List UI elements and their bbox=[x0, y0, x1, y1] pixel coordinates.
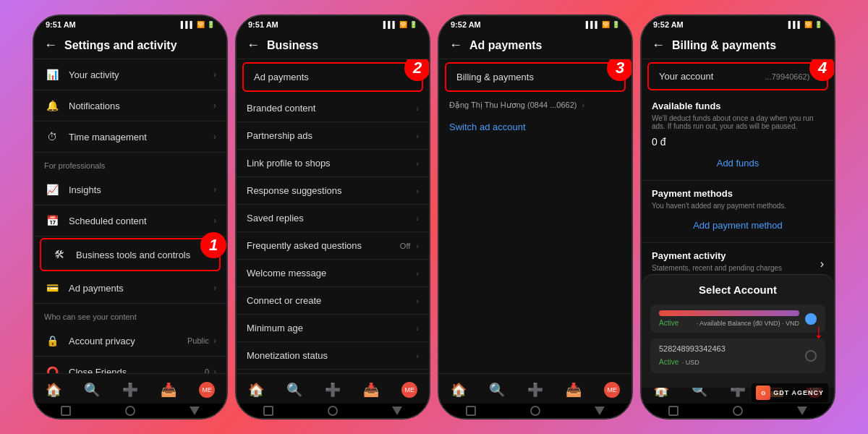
profile-avatar-2[interactable]: ME bbox=[401, 382, 417, 398]
menu-item-time[interactable]: ⏱ Time management › bbox=[34, 122, 226, 153]
search-icon-1[interactable]: 🔍 bbox=[84, 382, 100, 398]
account-1-active: Active bbox=[659, 319, 678, 327]
business-item-link-profile[interactable]: Link profile to shops › bbox=[237, 150, 429, 177]
status-bar-3: 9:52 AM ▌▌▌ 🛜 🔋 bbox=[439, 16, 631, 32]
home-btn-2[interactable] bbox=[328, 406, 338, 416]
phone3-header: ← Ad payments bbox=[439, 32, 631, 59]
chevron-account: › bbox=[582, 101, 585, 109]
business-item-ad-payments[interactable]: Ad payments bbox=[244, 64, 422, 90]
home-btn-1[interactable] bbox=[125, 406, 135, 416]
menu-item-close-friends[interactable]: ⭕ Close Friends 0 › bbox=[34, 357, 226, 373]
add-icon-3[interactable]: ➕ bbox=[527, 382, 543, 398]
activity-label: Your activity bbox=[69, 69, 213, 80]
for-professionals-label: For professionals bbox=[34, 153, 226, 174]
payment-methods-desc: You haven't added any payment methods. bbox=[652, 202, 824, 210]
bottom-nav-2: 🏠 🔍 ➕ 📥 ME bbox=[237, 373, 429, 404]
business-item-branded[interactable]: Branded content › bbox=[237, 95, 429, 122]
ad-payments-label-1: Ad payments bbox=[69, 283, 213, 294]
business-item-partnership[interactable]: Partnership ads › bbox=[237, 122, 429, 150]
privacy-icon: 🔒 bbox=[44, 333, 60, 349]
notifications-label: Notifications bbox=[69, 101, 213, 111]
business-item-connect[interactable]: Connect or create › bbox=[237, 287, 429, 315]
gdt-logo: G bbox=[756, 386, 770, 400]
battery-icon-3: 🔋 bbox=[612, 21, 620, 28]
menu-item-ad-payments-1[interactable]: 💳 Ad payments › bbox=[34, 273, 226, 304]
payment-activity-chevron: › bbox=[820, 258, 824, 271]
phone1-content: 📊 Your activity › 🔔 Notifications › ⏱ Ti… bbox=[34, 59, 226, 373]
home-icon-1[interactable]: 🏠 bbox=[46, 382, 61, 398]
who-can-see-label: Who can see your content bbox=[34, 304, 226, 326]
billing-payments-item[interactable]: Billing & payments › bbox=[446, 64, 624, 90]
notifications-icon: 🔔 bbox=[44, 98, 60, 114]
back-btn-4[interactable] bbox=[797, 407, 807, 415]
signal-icon-4: ▌▌▌ bbox=[788, 21, 802, 28]
account-option-2[interactable]: 528248993342463 Active · USD bbox=[650, 339, 825, 373]
status-bar-4: 9:52 AM ▌▌▌ 🛜 🔋 bbox=[642, 16, 834, 32]
back-btn-3[interactable] bbox=[595, 407, 605, 415]
business-item-min-age[interactable]: Minimum age › bbox=[237, 315, 429, 342]
account-2-radio[interactable] bbox=[805, 350, 817, 362]
back-button-2[interactable]: ← bbox=[247, 38, 260, 53]
account-option-1[interactable]: Active · Available Balance (đ0 VND) · VN… bbox=[650, 305, 825, 333]
menu-item-scheduled[interactable]: 📅 Scheduled content › bbox=[34, 205, 226, 237]
activity-icon: 📊 bbox=[44, 67, 60, 82]
privacy-label: Account privacy bbox=[69, 336, 187, 346]
search-icon-3[interactable]: 🔍 bbox=[489, 382, 505, 398]
back-btn-1[interactable] bbox=[190, 407, 200, 415]
gdt-agency-badge: G GDT AGENCY bbox=[752, 383, 828, 402]
home-icon-3[interactable]: 🏠 bbox=[451, 382, 467, 398]
account-1-balance: · Available Balance (đ0 VND) · VND bbox=[697, 320, 799, 327]
business-item-faq[interactable]: Frequently asked questions Off › bbox=[237, 232, 429, 260]
profile-avatar-3[interactable]: ME bbox=[604, 382, 620, 398]
add-payment-method-btn[interactable]: Add payment method bbox=[652, 216, 824, 235]
system-nav-2 bbox=[237, 404, 429, 418]
home-btn-4[interactable] bbox=[733, 406, 743, 416]
back-button-3[interactable]: ← bbox=[449, 38, 462, 53]
menu-item-notifications[interactable]: 🔔 Notifications › bbox=[34, 90, 226, 122]
payment-methods-section: Payment methods You haven't added any pa… bbox=[642, 181, 834, 243]
business-item-saved[interactable]: Saved replies › bbox=[237, 205, 429, 232]
add-icon-2[interactable]: ➕ bbox=[325, 382, 341, 398]
recent-apps-btn-1[interactable] bbox=[61, 406, 71, 416]
inbox-icon-3[interactable]: 📥 bbox=[566, 382, 582, 398]
step-badge-1: 1 bbox=[200, 232, 226, 258]
menu-item-activity[interactable]: 📊 Your activity › bbox=[34, 59, 226, 90]
recent-apps-btn-2[interactable] bbox=[263, 406, 273, 416]
back-button-1[interactable]: ← bbox=[44, 38, 57, 53]
wifi-icon: 🛜 bbox=[197, 21, 205, 28]
profile-avatar-1[interactable]: ME bbox=[199, 382, 215, 398]
battery-icon: 🔋 bbox=[207, 21, 215, 28]
menu-item-business-tools[interactable]: 🛠 Business tools and controls › bbox=[41, 239, 219, 270]
back-btn-2[interactable] bbox=[392, 407, 402, 415]
menu-item-insights[interactable]: 📈 Insights › bbox=[34, 174, 226, 205]
insights-label: Insights bbox=[69, 184, 213, 195]
battery-icon-2: 🔋 bbox=[409, 21, 417, 28]
recent-apps-btn-4[interactable] bbox=[668, 406, 678, 416]
inbox-icon-2[interactable]: 📥 bbox=[363, 382, 379, 398]
back-button-4[interactable]: ← bbox=[652, 38, 665, 53]
inbox-icon-1[interactable]: 📥 bbox=[161, 382, 176, 398]
home-btn-3[interactable] bbox=[530, 406, 540, 416]
business-item-monetization[interactable]: Monetization status › bbox=[237, 342, 429, 370]
business-item-welcome[interactable]: Welcome message › bbox=[237, 260, 429, 287]
time-3: 9:52 AM bbox=[451, 20, 481, 29]
home-icon-2[interactable]: 🏠 bbox=[248, 382, 264, 398]
wifi-icon-2: 🛜 bbox=[399, 21, 407, 28]
add-funds-btn[interactable]: Add funds bbox=[652, 153, 824, 173]
menu-item-privacy[interactable]: 🔒 Account privacy Public › bbox=[34, 326, 226, 357]
wifi-icon-4: 🛜 bbox=[804, 21, 812, 28]
recent-apps-btn-3[interactable] bbox=[466, 406, 476, 416]
phone-4: 9:52 AM ▌▌▌ 🛜 🔋 ← Billing & payments You… bbox=[640, 14, 835, 420]
account-2-active: Active bbox=[659, 358, 678, 366]
payment-methods-title: Payment methods bbox=[652, 188, 824, 199]
phones-container: 9:51 AM ▌▌▌ 🛜 🔋 ← Settings and activity … bbox=[25, 7, 843, 427]
search-icon-2[interactable]: 🔍 bbox=[286, 382, 302, 398]
ad-payments-icon-1: 💳 bbox=[44, 280, 60, 296]
switch-ad-account-link[interactable]: Switch ad account bbox=[439, 116, 631, 138]
your-account-item[interactable]: Your account ...79940662) › bbox=[649, 64, 827, 89]
available-funds-amount: 0 đ bbox=[652, 136, 824, 148]
business-item-response[interactable]: Response suggestions › bbox=[237, 177, 429, 205]
activity-chevron: › bbox=[213, 69, 216, 80]
time-2: 9:51 AM bbox=[248, 20, 278, 29]
add-icon-1[interactable]: ➕ bbox=[122, 382, 138, 398]
